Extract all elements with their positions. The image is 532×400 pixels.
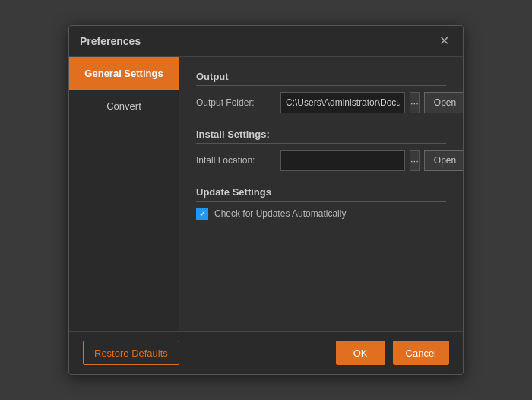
install-location-ellipsis-button[interactable]: ···	[410, 150, 420, 171]
install-location-open-button[interactable]: Open	[424, 150, 463, 171]
dialog-footer: Restore Defaults OK Cancel	[69, 331, 463, 374]
restore-defaults-button[interactable]: Restore Defaults	[83, 341, 179, 365]
install-location-input[interactable]	[280, 150, 405, 171]
output-section: Output Output Folder: ··· Open	[196, 71, 446, 113]
dialog-title: Preferences	[80, 35, 141, 47]
update-checkbox[interactable]: ✓	[196, 208, 208, 220]
cancel-button[interactable]: Cancel	[393, 341, 449, 365]
ok-button[interactable]: OK	[336, 341, 385, 365]
install-section-title: Install Settings:	[196, 129, 446, 144]
update-checkbox-row: ✓ Check for Updates Automatically	[196, 208, 446, 220]
title-bar: Preferences ✕	[69, 26, 463, 57]
sidebar: General Settings Convert	[69, 57, 179, 331]
install-location-row: Intall Location: ··· Open	[196, 150, 446, 171]
checkmark-icon: ✓	[199, 210, 206, 218]
dialog-body: General Settings Convert Output Output F…	[69, 57, 463, 331]
footer-right-buttons: OK Cancel	[336, 341, 449, 365]
output-section-title: Output	[196, 71, 446, 86]
sidebar-item-convert[interactable]: Convert	[69, 90, 179, 122]
sidebar-item-convert-label: Convert	[106, 100, 141, 112]
update-section-title: Update Settings	[196, 186, 446, 202]
install-location-label: Intall Location:	[196, 155, 276, 166]
output-folder-label: Output Folder:	[196, 97, 276, 108]
close-button[interactable]: ✕	[436, 33, 452, 49]
main-content: Output Output Folder: ··· Open Install S…	[179, 57, 463, 331]
output-folder-open-button[interactable]: Open	[424, 92, 463, 113]
sidebar-item-general-label: General Settings	[84, 68, 163, 79]
output-folder-row: Output Folder: ··· Open	[196, 92, 446, 113]
sidebar-item-general-settings[interactable]: General Settings	[69, 57, 179, 90]
preferences-dialog: Preferences ✕ General Settings Convert O…	[68, 25, 464, 375]
install-section: Install Settings: Intall Location: ··· O…	[196, 129, 446, 171]
update-section: Update Settings ✓ Check for Updates Auto…	[196, 186, 446, 220]
update-checkbox-label: Check for Updates Automatically	[214, 208, 346, 219]
output-folder-ellipsis-button[interactable]: ···	[410, 92, 420, 113]
output-folder-input[interactable]	[280, 92, 405, 113]
